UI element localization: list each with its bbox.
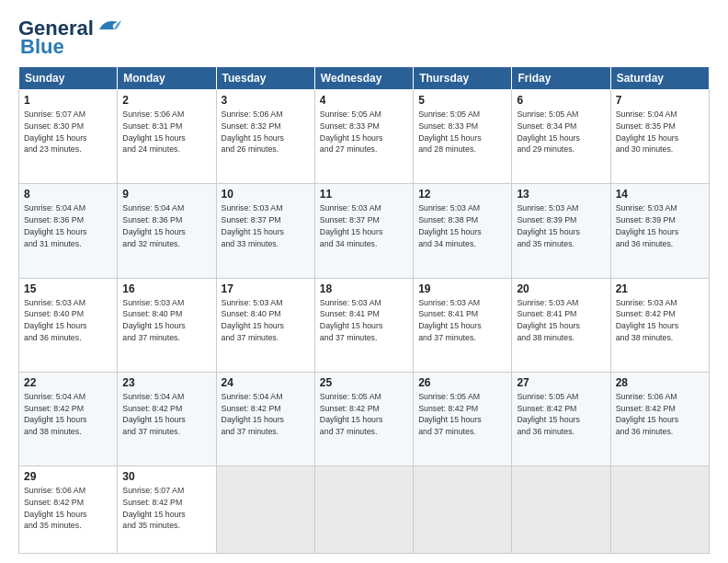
day-number: 12 — [418, 188, 506, 201]
calendar-cell — [314, 466, 413, 554]
day-info: Sunrise: 5:03 AMSunset: 8:39 PMDaylight … — [517, 203, 579, 247]
day-number: 7 — [616, 94, 704, 107]
day-number: 25 — [320, 376, 408, 389]
day-number: 9 — [122, 188, 210, 201]
day-number: 23 — [122, 376, 210, 389]
day-info: Sunrise: 5:05 AMSunset: 8:33 PMDaylight … — [320, 109, 382, 154]
day-info: Sunrise: 5:03 AMSunset: 8:41 PMDaylight … — [418, 298, 481, 342]
logo-bird-icon — [96, 17, 121, 37]
day-info: Sunrise: 5:04 AMSunset: 8:35 PMDaylight … — [616, 109, 678, 154]
calendar-cell: 5 Sunrise: 5:05 AMSunset: 8:33 PMDayligh… — [414, 90, 512, 184]
calendar-cell: 15 Sunrise: 5:03 AMSunset: 8:40 PMDaylig… — [19, 278, 118, 372]
weekday-header-sunday: Sunday — [19, 67, 118, 90]
calendar-header-row: SundayMondayTuesdayWednesdayThursdayFrid… — [19, 67, 710, 90]
day-number: 22 — [24, 376, 112, 389]
day-number: 15 — [24, 282, 112, 295]
calendar-cell: 2 Sunrise: 5:06 AMSunset: 8:31 PMDayligh… — [118, 90, 216, 184]
weekday-header-wednesday: Wednesday — [314, 67, 413, 90]
calendar-cell: 26 Sunrise: 5:05 AMSunset: 8:42 PMDaylig… — [414, 372, 512, 465]
calendar-table: SundayMondayTuesdayWednesdayThursdayFrid… — [18, 66, 710, 554]
calendar-week-row: 22 Sunrise: 5:04 AMSunset: 8:42 PMDaylig… — [19, 372, 710, 465]
day-number: 21 — [616, 282, 704, 295]
calendar-cell: 29 Sunrise: 5:06 AMSunset: 8:42 PMDaylig… — [19, 466, 118, 554]
calendar-cell: 13 Sunrise: 5:03 AMSunset: 8:39 PMDaylig… — [512, 184, 610, 278]
calendar-cell: 16 Sunrise: 5:03 AMSunset: 8:40 PMDaylig… — [118, 278, 216, 372]
day-info: Sunrise: 5:04 AMSunset: 8:42 PMDaylight … — [122, 392, 185, 436]
calendar-week-row: 15 Sunrise: 5:03 AMSunset: 8:40 PMDaylig… — [19, 278, 710, 372]
calendar-cell: 19 Sunrise: 5:03 AMSunset: 8:41 PMDaylig… — [414, 278, 512, 372]
day-info: Sunrise: 5:05 AMSunset: 8:42 PMDaylight … — [418, 392, 481, 436]
day-info: Sunrise: 5:03 AMSunset: 8:37 PMDaylight … — [320, 203, 382, 247]
day-number: 30 — [122, 470, 210, 483]
day-info: Sunrise: 5:03 AMSunset: 8:38 PMDaylight … — [418, 203, 481, 247]
day-number: 20 — [517, 282, 605, 295]
calendar-cell: 30 Sunrise: 5:07 AMSunset: 8:42 PMDaylig… — [118, 466, 216, 554]
calendar-week-row: 29 Sunrise: 5:06 AMSunset: 8:42 PMDaylig… — [19, 466, 710, 554]
calendar-cell: 24 Sunrise: 5:04 AMSunset: 8:42 PMDaylig… — [216, 372, 314, 465]
day-number: 5 — [418, 94, 506, 107]
calendar-week-row: 8 Sunrise: 5:04 AMSunset: 8:36 PMDayligh… — [19, 184, 710, 278]
day-number: 4 — [320, 94, 408, 107]
day-info: Sunrise: 5:05 AMSunset: 8:42 PMDaylight … — [320, 392, 382, 436]
day-info: Sunrise: 5:04 AMSunset: 8:42 PMDaylight … — [24, 392, 86, 436]
calendar-cell: 22 Sunrise: 5:04 AMSunset: 8:42 PMDaylig… — [19, 372, 118, 465]
day-number: 19 — [418, 282, 506, 295]
calendar-cell: 25 Sunrise: 5:05 AMSunset: 8:42 PMDaylig… — [314, 372, 413, 465]
logo-blue: Blue — [20, 35, 64, 59]
calendar-cell: 27 Sunrise: 5:05 AMSunset: 8:42 PMDaylig… — [512, 372, 610, 465]
day-info: Sunrise: 5:05 AMSunset: 8:34 PMDaylight … — [517, 109, 579, 154]
day-info: Sunrise: 5:03 AMSunset: 8:40 PMDaylight … — [122, 298, 185, 342]
day-info: Sunrise: 5:03 AMSunset: 8:37 PMDaylight … — [222, 203, 284, 247]
day-info: Sunrise: 5:04 AMSunset: 8:36 PMDaylight … — [122, 203, 185, 247]
calendar-cell: 11 Sunrise: 5:03 AMSunset: 8:37 PMDaylig… — [314, 184, 413, 278]
calendar-cell — [216, 466, 314, 554]
day-info: Sunrise: 5:03 AMSunset: 8:42 PMDaylight … — [616, 298, 678, 342]
calendar-cell: 18 Sunrise: 5:03 AMSunset: 8:41 PMDaylig… — [314, 278, 413, 372]
day-info: Sunrise: 5:03 AMSunset: 8:41 PMDaylight … — [517, 298, 579, 342]
calendar-cell: 12 Sunrise: 5:03 AMSunset: 8:38 PMDaylig… — [414, 184, 512, 278]
calendar-cell — [414, 466, 512, 554]
day-number: 8 — [24, 188, 112, 201]
calendar-cell: 4 Sunrise: 5:05 AMSunset: 8:33 PMDayligh… — [314, 90, 413, 184]
calendar-cell: 1 Sunrise: 5:07 AMSunset: 8:30 PMDayligh… — [19, 90, 118, 184]
calendar-week-row: 1 Sunrise: 5:07 AMSunset: 8:30 PMDayligh… — [19, 90, 710, 184]
calendar-cell — [512, 466, 610, 554]
day-number: 6 — [517, 94, 605, 107]
day-number: 18 — [320, 282, 408, 295]
day-number: 24 — [222, 376, 310, 389]
day-info: Sunrise: 5:03 AMSunset: 8:40 PMDaylight … — [222, 298, 284, 342]
day-info: Sunrise: 5:03 AMSunset: 8:40 PMDaylight … — [24, 298, 86, 342]
day-number: 29 — [24, 470, 112, 483]
calendar-cell: 14 Sunrise: 5:03 AMSunset: 8:39 PMDaylig… — [610, 184, 709, 278]
calendar-cell: 9 Sunrise: 5:04 AMSunset: 8:36 PMDayligh… — [118, 184, 216, 278]
page: General Blue SundayMondayTuesdayWednesda… — [0, 0, 728, 563]
calendar-cell: 7 Sunrise: 5:04 AMSunset: 8:35 PMDayligh… — [610, 90, 709, 184]
day-number: 1 — [24, 94, 112, 107]
calendar-cell: 3 Sunrise: 5:06 AMSunset: 8:32 PMDayligh… — [216, 90, 314, 184]
day-info: Sunrise: 5:03 AMSunset: 8:39 PMDaylight … — [616, 203, 678, 247]
day-number: 27 — [517, 376, 605, 389]
calendar-cell: 21 Sunrise: 5:03 AMSunset: 8:42 PMDaylig… — [610, 278, 709, 372]
header: General Blue — [18, 17, 710, 59]
calendar-cell: 10 Sunrise: 5:03 AMSunset: 8:37 PMDaylig… — [216, 184, 314, 278]
weekday-header-thursday: Thursday — [414, 67, 512, 90]
weekday-header-saturday: Saturday — [610, 67, 709, 90]
calendar-cell: 17 Sunrise: 5:03 AMSunset: 8:40 PMDaylig… — [216, 278, 314, 372]
calendar-cell: 20 Sunrise: 5:03 AMSunset: 8:41 PMDaylig… — [512, 278, 610, 372]
day-number: 17 — [222, 282, 310, 295]
weekday-header-friday: Friday — [512, 67, 610, 90]
day-number: 26 — [418, 376, 506, 389]
calendar-cell: 6 Sunrise: 5:05 AMSunset: 8:34 PMDayligh… — [512, 90, 610, 184]
day-info: Sunrise: 5:06 AMSunset: 8:42 PMDaylight … — [24, 486, 86, 530]
day-number: 13 — [517, 188, 605, 201]
day-info: Sunrise: 5:05 AMSunset: 8:33 PMDaylight … — [418, 109, 481, 154]
day-number: 28 — [616, 376, 704, 389]
day-number: 14 — [616, 188, 704, 201]
day-info: Sunrise: 5:04 AMSunset: 8:42 PMDaylight … — [222, 392, 284, 436]
day-number: 11 — [320, 188, 408, 201]
day-info: Sunrise: 5:05 AMSunset: 8:42 PMDaylight … — [517, 392, 579, 436]
day-info: Sunrise: 5:06 AMSunset: 8:42 PMDaylight … — [616, 392, 678, 436]
day-info: Sunrise: 5:06 AMSunset: 8:31 PMDaylight … — [122, 109, 185, 154]
day-info: Sunrise: 5:04 AMSunset: 8:36 PMDaylight … — [24, 203, 86, 247]
logo: General Blue — [18, 17, 121, 59]
